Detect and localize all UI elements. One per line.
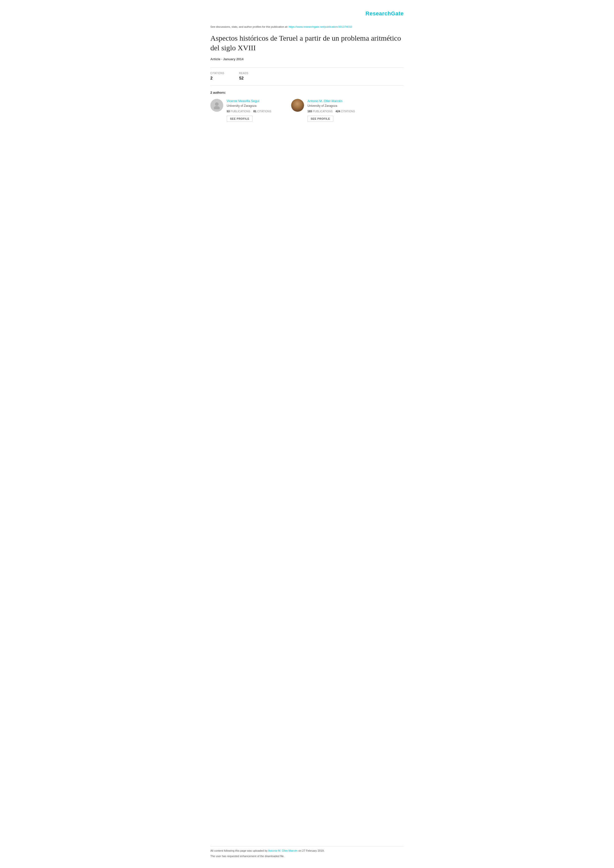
stats-row: CITATIONS 2 READS 52: [210, 71, 404, 81]
footer-note: The user has requested enhancement of th…: [210, 854, 404, 858]
author-affiliation-1: University of Zaragoza: [227, 104, 271, 108]
avatar-2: [291, 99, 304, 112]
article-title: Aspectos históricos de Teruel a partir d…: [210, 33, 404, 53]
divider-bottom: [210, 85, 404, 85]
author-name-1[interactable]: Vicente Meavilla Segui: [227, 99, 271, 103]
citations-label: CITATIONS: [210, 71, 224, 75]
divider-top: [210, 67, 404, 68]
avatar-1: [210, 99, 223, 112]
publication-link[interactable]: https://www.researchgate.net/publication…: [289, 25, 352, 28]
brand-logo: ResearchGate: [366, 10, 404, 18]
person-icon-1: [213, 101, 221, 109]
reads-stat: READS 52: [239, 71, 248, 81]
author-stats-2: 183 PUBLICATIONS 424 CITATIONS: [307, 110, 355, 113]
author-info-1: Vicente Meavilla Segui University of Zar…: [227, 99, 271, 122]
avatar-photo-2: [291, 99, 304, 112]
svg-point-0: [215, 102, 219, 106]
reads-value: 52: [239, 76, 248, 81]
author-card-1: Vicente Meavilla Segui University of Zar…: [210, 99, 271, 122]
authors-grid: Vicente Meavilla Segui University of Zar…: [210, 99, 404, 122]
article-meta: Article · January 2014: [210, 57, 404, 62]
top-notice: See discussions, stats, and author profi…: [210, 25, 404, 29]
author-stats-1: 53 PUBLICATIONS 81 CITATIONS: [227, 110, 271, 113]
author-name-2[interactable]: Antonio M. Oller-Marcén: [307, 99, 355, 103]
footer-upload-text: All content following this page was uplo…: [210, 849, 404, 852]
svg-point-1: [214, 106, 220, 109]
see-profile-button-2[interactable]: SEE PROFILE: [307, 116, 333, 122]
see-profile-button-1[interactable]: SEE PROFILE: [227, 116, 253, 122]
citations-stat: CITATIONS 2: [210, 71, 224, 81]
citations-value: 2: [210, 76, 224, 81]
footer-uploader-link[interactable]: Antonio M. Oller-Marcén: [268, 849, 298, 852]
footer: All content following this page was uplo…: [210, 846, 404, 858]
authors-heading: 2 authors:: [210, 90, 404, 95]
author-affiliation-2: University of Zaragoza: [307, 104, 355, 108]
author-info-2: Antonio M. Oller-Marcén University of Za…: [307, 99, 355, 122]
reads-label: READS: [239, 71, 248, 75]
author-card-2: Antonio M. Oller-Marcén University of Za…: [291, 99, 355, 122]
